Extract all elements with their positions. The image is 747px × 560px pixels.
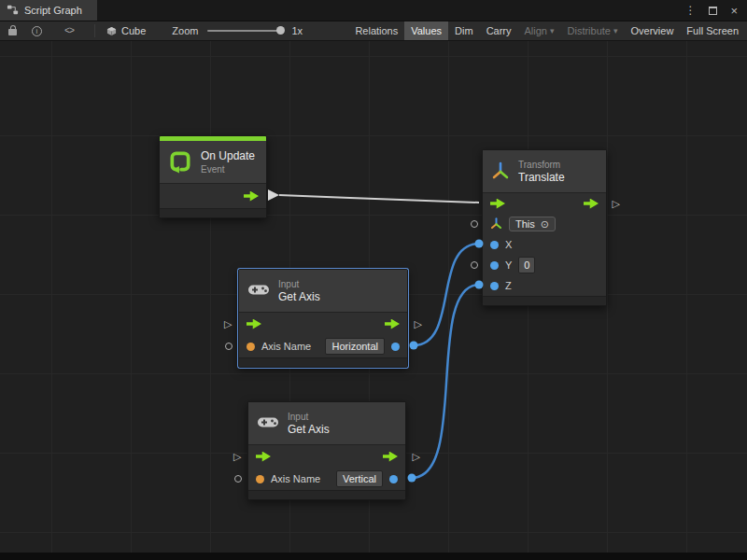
value-port-axis-name-outer[interactable]: [225, 343, 233, 350]
node-subtitle: Event: [201, 163, 255, 175]
node-subtitle: Input: [278, 278, 320, 290]
value-port-axis-name[interactable]: [256, 475, 264, 483]
chevron-down-icon: ▾: [550, 26, 555, 35]
this-field[interactable]: This ⊙: [509, 217, 556, 231]
node-translate[interactable]: Transform Translate ▷: [482, 149, 607, 306]
wire-flow-on-update-to-translate[interactable]: [279, 195, 479, 203]
value-port-this[interactable]: [471, 220, 478, 228]
external-flow-arrow-icon[interactable]: ▷: [415, 319, 422, 329]
chevron-down-icon: ▾: [613, 26, 618, 35]
zoom-slider[interactable]: [207, 30, 284, 32]
node-get-axis-horizontal[interactable]: Input Get Axis ▷ ▷ Axis Name Horizontal: [238, 269, 408, 368]
graph-toolbar: i <> Cube Zoom 1x Relations Values Dim C…: [0, 21, 747, 41]
flow-input-port[interactable]: [247, 319, 261, 329]
axis-name-field[interactable]: Vertical: [336, 470, 383, 487]
y-value-field[interactable]: 0: [518, 257, 535, 273]
axis-name-label: Axis Name: [261, 341, 311, 352]
port-label-z: Z: [505, 280, 512, 291]
this-field-value: This: [515, 218, 535, 230]
flow-input-port[interactable]: [490, 199, 505, 209]
external-flow-arrow-icon[interactable]: ▷: [413, 452, 420, 462]
toolbar-button-align[interactable]: Align▾: [518, 21, 561, 40]
window-controls: ⋮ ×: [684, 0, 747, 21]
value-port-axis-name-outer[interactable]: [234, 475, 242, 483]
external-flow-arrow-icon[interactable]: ▷: [224, 319, 232, 329]
gamepad-icon: [247, 283, 270, 299]
cube-icon: [106, 26, 117, 36]
wire-vertical-to-z[interactable]: [412, 285, 479, 478]
flow-row: [160, 184, 266, 208]
toolbar-button-relations[interactable]: Relations: [348, 21, 404, 40]
toolbar-button-distribute[interactable]: Distribute▾: [561, 21, 625, 40]
flow-output-port[interactable]: [244, 191, 259, 202]
toolbar-button-overview[interactable]: Overview: [625, 21, 681, 40]
axis-name-field[interactable]: Horizontal: [325, 338, 385, 355]
target-picker-icon[interactable]: ⊙: [541, 219, 549, 230]
tab-script-graph[interactable]: Script Graph: [0, 0, 97, 21]
node-header: Transform Translate: [483, 150, 606, 193]
flow-output-port[interactable]: [383, 452, 398, 462]
lock-icon[interactable]: [8, 29, 17, 35]
flow-output-port[interactable]: [584, 199, 599, 209]
port-label-x: X: [505, 239, 512, 250]
node-header: Input Get Axis: [248, 402, 405, 445]
port-row-z: Z: [483, 275, 606, 296]
value-port-y-outer[interactable]: [471, 261, 478, 269]
node-get-axis-vertical[interactable]: Input Get Axis ▷ ▷ Axis Name Vertical: [247, 401, 406, 500]
node-footer: [160, 208, 266, 217]
node-header: On Update Event: [160, 141, 266, 184]
flow-row: ▷: [483, 193, 606, 214]
axis-name-label: Axis Name: [271, 473, 320, 484]
object-name[interactable]: Cube: [121, 25, 146, 36]
maximize-icon[interactable]: [709, 7, 717, 15]
window-menu-icon[interactable]: ⋮: [684, 5, 696, 16]
axis-name-row: Axis Name Horizontal: [239, 335, 407, 357]
flow-row: ▷ ▷: [248, 445, 405, 468]
toolbar-separator: [94, 24, 95, 37]
flow-row: ▷ ▷: [239, 313, 407, 335]
graph-icon: [7, 4, 19, 18]
info-icon[interactable]: i: [32, 26, 42, 36]
port-label-y: Y: [505, 259, 512, 271]
titlebar: Script Graph ⋮ ×: [0, 0, 747, 21]
result-port[interactable]: [391, 343, 400, 351]
node-on-update[interactable]: On Update Event: [159, 135, 267, 218]
zoom-label: Zoom: [172, 25, 198, 36]
graph-canvas[interactable]: On Update Event Transfo: [0, 41, 747, 560]
axis-name-row: Axis Name Vertical: [248, 468, 405, 490]
result-port[interactable]: [389, 475, 398, 483]
toolbar-button-dim[interactable]: Dim: [448, 21, 480, 40]
value-port-y[interactable]: [490, 261, 499, 270]
external-flow-arrow-icon[interactable]: ▷: [613, 199, 620, 209]
transform-mini-icon: [490, 217, 502, 231]
wire-endpoint: [410, 342, 418, 350]
node-subtitle: Transform: [518, 159, 565, 171]
code-icon[interactable]: <>: [64, 26, 74, 36]
toolbar-button-values[interactable]: Values: [404, 21, 448, 40]
tab-label: Script Graph: [24, 5, 82, 16]
unity-script-graph-window: Script Graph ⋮ × i <> Cube Zoom 1x Relat…: [0, 0, 747, 560]
node-title: On Update: [201, 149, 255, 163]
node-title: Translate: [518, 171, 565, 185]
node-title: Get Axis: [288, 423, 330, 437]
flow-output-port[interactable]: [385, 319, 400, 329]
node-footer: [483, 296, 606, 305]
toolbar-button-fullscreen[interactable]: Full Screen: [680, 21, 745, 40]
value-port-axis-name[interactable]: [247, 343, 255, 351]
wire-horizontal-to-x[interactable]: [414, 244, 479, 345]
wire-flow-arrowhead: [268, 189, 279, 201]
value-port-x[interactable]: [490, 241, 499, 249]
flow-input-port[interactable]: [256, 452, 271, 462]
toolbar-buttons: Relations Values Dim Carry Align▾ Distri…: [348, 21, 747, 40]
port-row-y: Y 0: [483, 255, 606, 275]
close-icon[interactable]: ×: [730, 5, 738, 17]
value-port-z[interactable]: [490, 282, 499, 290]
node-title: Get Axis: [278, 290, 320, 304]
toolbar-button-carry[interactable]: Carry: [480, 21, 518, 40]
zoom-slider-knob[interactable]: [276, 26, 285, 35]
node-footer: [248, 490, 405, 499]
zoom-value: 1x: [291, 25, 303, 36]
external-flow-arrow-icon[interactable]: ▷: [233, 452, 241, 462]
transform-icon: [491, 161, 510, 182]
node-header: Input Get Axis: [239, 270, 407, 313]
